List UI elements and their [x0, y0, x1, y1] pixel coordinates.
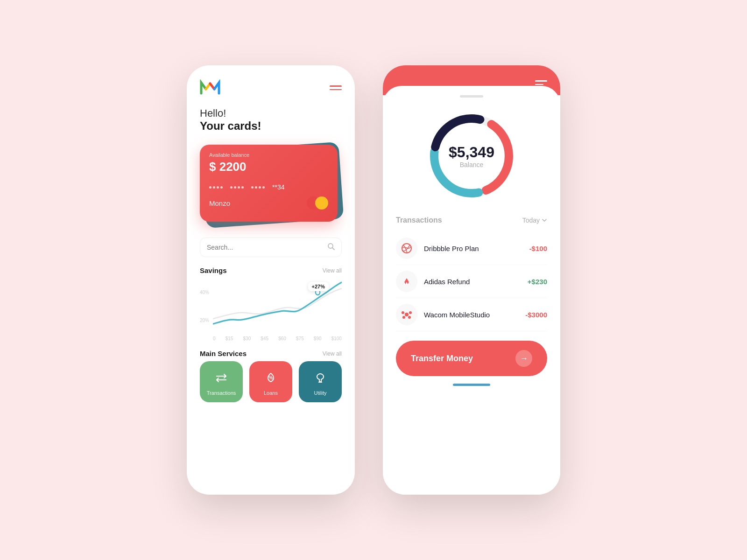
card-dots: **34 — [209, 183, 328, 191]
transactions-icon — [213, 370, 230, 386]
donut-chart: $5,349 Balance — [396, 107, 547, 205]
today-label: Today — [522, 217, 540, 224]
services-view-all[interactable]: View all — [323, 350, 342, 357]
transactions-header: Transactions Today — [396, 216, 547, 224]
services-title: Main Services — [200, 350, 247, 357]
greeting-cards: Your cards! — [200, 119, 342, 133]
card-front[interactable]: Available balance $ 2200 **34 Monzo — [200, 145, 338, 222]
drag-handle — [460, 95, 483, 98]
utility-label: Utility — [314, 390, 327, 396]
right-body: $5,349 Balance Transactions Today — [383, 86, 560, 495]
savings-header: Savings View all — [200, 266, 342, 274]
card-name: Monzo — [209, 199, 230, 207]
savings-view-all[interactable]: View all — [323, 267, 342, 274]
dribbble-icon — [396, 238, 417, 259]
transactions-title: Transactions — [396, 216, 442, 224]
available-label: Available balance — [209, 152, 328, 158]
app-logo — [200, 79, 220, 96]
dribbble-amount: -$100 — [529, 245, 547, 252]
transaction-dribbble: Dribbble Pro Plan -$100 — [396, 232, 547, 265]
balance-label: Balance — [449, 161, 494, 168]
chevron-down-icon — [542, 217, 547, 223]
adidas-name: Adidas Refund — [424, 278, 521, 286]
svg-point-15 — [409, 311, 412, 314]
search-icon — [327, 243, 335, 252]
bottom-bar — [453, 384, 490, 386]
menu-icon[interactable] — [330, 85, 342, 90]
svg-point-13 — [405, 313, 409, 316]
svg-point-16 — [402, 316, 405, 319]
phones-container: Hello! Your cards! Available balance $ 2… — [187, 65, 560, 495]
chart-tooltip: +27% — [308, 282, 329, 291]
wacom-amount: -$3000 — [525, 311, 547, 319]
transaction-adidas: Adidas Refund +$230 — [396, 265, 547, 298]
services-grid: Transactions % Loans Util — [200, 361, 342, 402]
greeting-hello: Hello! — [200, 107, 342, 119]
transfer-arrow-icon: → — [515, 350, 532, 367]
phone-left: Hello! Your cards! Available balance $ 2… — [187, 65, 355, 495]
transaction-wacom: Wacom MobileStudio -$3000 — [396, 298, 547, 331]
loans-service-btn[interactable]: % Loans — [249, 361, 292, 402]
chart-y-labels: 40% 20% — [200, 278, 209, 334]
adidas-amount: +$230 — [528, 278, 547, 286]
card-last-digits: **34 — [272, 183, 284, 191]
card-balance: $ 2200 — [209, 160, 328, 174]
wacom-icon — [396, 304, 417, 325]
transactions-service-btn[interactable]: Transactions — [200, 361, 243, 402]
greeting: Hello! Your cards! — [200, 107, 342, 133]
dribbble-name: Dribbble Pro Plan — [424, 245, 523, 252]
donut-center: $5,349 Balance — [449, 144, 494, 168]
card-bottom: Monzo — [209, 196, 328, 210]
loans-icon: % — [262, 370, 279, 386]
balance-amount: $5,349 — [449, 144, 494, 161]
svg-point-14 — [402, 311, 404, 314]
transfer-label: Transfer Money — [411, 354, 473, 364]
search-bar[interactable] — [200, 238, 342, 257]
mastercard-logo — [307, 196, 328, 210]
today-filter[interactable]: Today — [522, 217, 547, 224]
svg-point-17 — [408, 316, 411, 319]
phone-right: $5,349 Balance Transactions Today — [383, 65, 560, 495]
card-stack: Available balance $ 2200 **34 Monzo — [200, 141, 342, 227]
transactions-label: Transactions — [207, 390, 236, 396]
right-menu-icon[interactable] — [535, 80, 547, 85]
savings-title: Savings — [200, 266, 227, 274]
wacom-name: Wacom MobileStudio — [424, 311, 519, 319]
chart-x-labels: 0 $15 $30 $45 $60 $75 $90 $100 — [200, 336, 342, 341]
transfer-money-button[interactable]: Transfer Money → — [396, 341, 547, 376]
savings-chart: 40% 20% +27% — [200, 278, 342, 334]
adidas-icon — [396, 271, 417, 292]
utility-service-btn[interactable]: Utility — [299, 361, 342, 402]
svg-line-2 — [332, 248, 334, 250]
search-input[interactable] — [207, 244, 324, 251]
left-header — [200, 79, 342, 96]
utility-icon — [312, 370, 329, 386]
services-header: Main Services View all — [200, 350, 342, 357]
loans-label: Loans — [264, 390, 278, 396]
svg-text:%: % — [269, 375, 273, 380]
chart-svg-wrap: +27% — [213, 278, 342, 334]
